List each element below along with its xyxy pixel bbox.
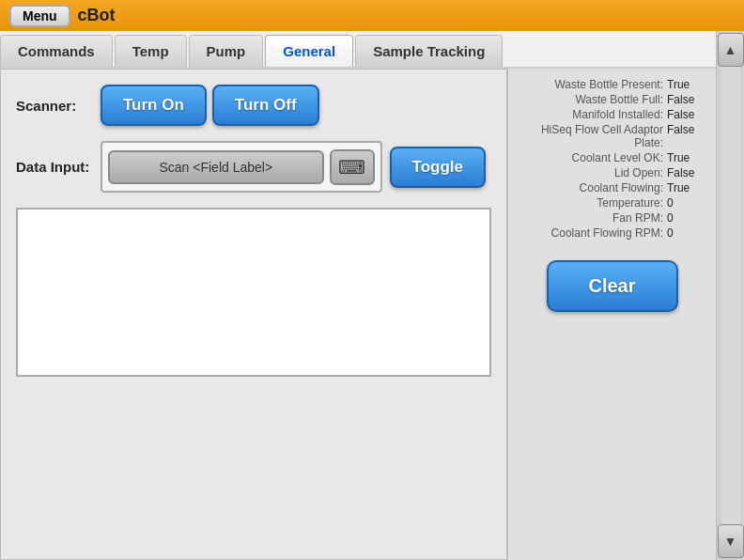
tab-pump[interactable]: Pump	[189, 35, 264, 67]
data-input-row: Data Input: Scan <Field Label> ⌨ Toggle	[16, 141, 491, 193]
status-value: True	[667, 181, 705, 194]
status-row: Coolant Flowing: True	[519, 181, 705, 194]
status-key: Lid Open:	[614, 166, 663, 179]
status-key: Coolant Flowing RPM:	[551, 226, 663, 240]
scan-field-button[interactable]: Scan <Field Label>	[108, 150, 324, 184]
data-input-container: Scan <Field Label> ⌨	[101, 141, 382, 193]
text-area-box	[16, 208, 491, 377]
keyboard-button[interactable]: ⌨	[330, 149, 375, 185]
status-row: Lid Open: False	[519, 166, 705, 179]
tab-commands[interactable]: Commands	[0, 35, 113, 67]
scroll-track	[721, 67, 740, 524]
turn-off-button[interactable]: Turn Off	[212, 85, 319, 126]
status-row: Coolant Flowing RPM: 0	[519, 226, 705, 240]
status-row: Fan RPM: 0	[519, 211, 705, 225]
status-row: Waste Bottle Full: False	[519, 93, 705, 106]
status-key: Waste Bottle Present:	[554, 78, 663, 91]
status-row: Temperature: 0	[519, 196, 705, 210]
status-row: Manifold Installed: False	[519, 108, 705, 121]
status-key: Manifold Installed:	[572, 108, 663, 121]
status-value: False	[667, 108, 705, 121]
keyboard-icon: ⌨	[338, 156, 365, 179]
status-value: False	[667, 123, 705, 149]
left-panel: Scanner: Turn On Turn Off Data Input: Sc…	[0, 69, 507, 560]
tab-general[interactable]: General	[265, 35, 353, 67]
scroll-up-button[interactable]: ▲	[718, 33, 744, 67]
status-key: Coolant Level OK:	[572, 151, 663, 164]
main-content: Scanner: Turn On Turn Off Data Input: Sc…	[0, 69, 716, 560]
status-value: False	[667, 166, 705, 179]
status-row: Coolant Level OK: True	[519, 151, 705, 164]
status-value: True	[667, 151, 705, 164]
data-input-label: Data Input:	[16, 159, 101, 175]
tabbar: Commands Temp Pump General Sample Tracki…	[0, 31, 744, 69]
status-key: Temperature:	[597, 196, 663, 210]
tab-temp[interactable]: Temp	[115, 35, 187, 67]
status-value: 0	[667, 196, 705, 210]
titlebar: Menu cBot	[0, 0, 744, 31]
main-area: Scanner: Turn On Turn Off Data Input: Sc…	[0, 69, 744, 560]
status-key: Coolant Flowing:	[580, 181, 663, 194]
status-row: HiSeq Flow Cell Adaptor Plate: False	[519, 123, 705, 149]
status-value: False	[667, 93, 705, 106]
scrollbar: ▲ ▼	[716, 31, 744, 560]
scanner-label: Scanner:	[16, 98, 101, 114]
scanner-row: Scanner: Turn On Turn Off	[16, 85, 491, 126]
menu-button[interactable]: Menu	[9, 5, 70, 27]
right-panel: Waste Bottle Present: True Waste Bottle …	[507, 69, 716, 560]
toggle-button[interactable]: Toggle	[390, 147, 486, 188]
tab-sample-tracking[interactable]: Sample Tracking	[355, 35, 503, 67]
status-key: HiSeq Flow Cell Adaptor Plate:	[519, 123, 663, 149]
app-title: cBot	[78, 6, 116, 25]
status-value: True	[667, 78, 705, 91]
clear-button[interactable]: Clear	[547, 260, 678, 312]
turn-on-button[interactable]: Turn On	[101, 85, 207, 126]
scroll-down-button[interactable]: ▼	[718, 524, 744, 558]
status-value: 0	[667, 226, 705, 240]
status-key: Waste Bottle Full:	[575, 93, 663, 106]
status-table: Waste Bottle Present: True Waste Bottle …	[519, 78, 705, 241]
status-row: Waste Bottle Present: True	[519, 78, 705, 91]
status-value: 0	[667, 211, 705, 225]
status-key: Fan RPM:	[612, 211, 663, 225]
